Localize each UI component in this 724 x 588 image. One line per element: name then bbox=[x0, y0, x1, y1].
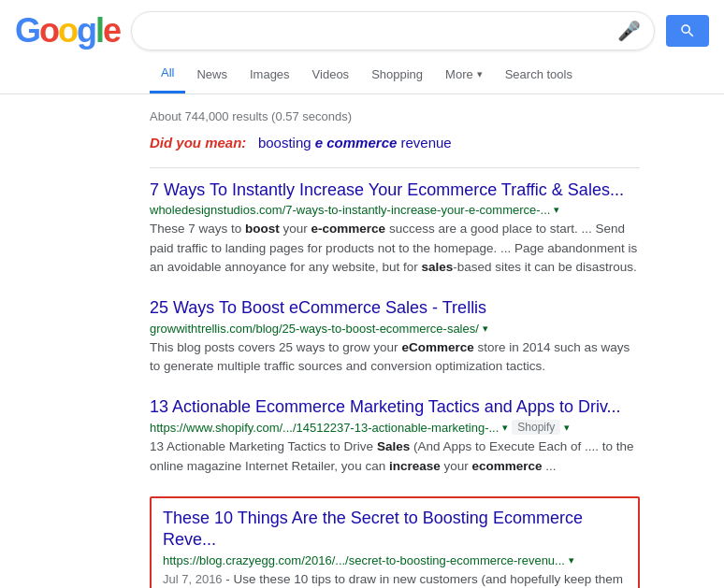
tab-images[interactable]: Images bbox=[239, 56, 301, 93]
search-input[interactable]: boosting ecommerce revenue bbox=[145, 22, 610, 39]
header: Google boosting ecommerce revenue 🎤 bbox=[0, 0, 724, 50]
did-you-mean-label: Did you mean: bbox=[150, 135, 246, 151]
result-1-url-arrow[interactable]: ▾ bbox=[554, 204, 559, 216]
result-1-url-row: wholedesignstudios.com/7-ways-to-instant… bbox=[150, 203, 640, 217]
did-you-mean-link[interactable]: boosting e commerce revenue bbox=[258, 135, 452, 151]
result-2-url-row: growwithtrellis.com/blog/25-ways-to-boos… bbox=[150, 322, 640, 336]
result-3-badge-arrow[interactable]: ▾ bbox=[564, 422, 570, 434]
result-4-date: Jul 7, 2016 bbox=[163, 572, 223, 586]
nav-tabs: All News Images Videos Shopping More Sea… bbox=[0, 54, 724, 94]
tab-more[interactable]: More bbox=[434, 56, 494, 93]
result-3-url: https://www.shopify.com/.../14512237-13-… bbox=[150, 421, 499, 435]
search-result-3: 13 Actionable Ecommerce Marketing Tactic… bbox=[150, 396, 640, 476]
result-4-url-row: https://blog.crazyegg.com/2016/.../secre… bbox=[163, 553, 627, 567]
divider bbox=[150, 167, 640, 168]
search-icon bbox=[679, 22, 696, 39]
tab-videos[interactable]: Videos bbox=[301, 56, 361, 93]
result-1-url: wholedesignstudios.com/7-ways-to-instant… bbox=[150, 203, 550, 217]
result-4-title[interactable]: These 10 Things Are the Secret to Boosti… bbox=[163, 508, 627, 552]
result-3-badge: Shopify bbox=[512, 420, 560, 435]
result-4-url-arrow[interactable]: ▾ bbox=[569, 554, 574, 566]
search-result-4: These 10 Things Are the Secret to Boosti… bbox=[150, 496, 640, 588]
result-3-url-row: https://www.shopify.com/.../14512237-13-… bbox=[150, 420, 640, 435]
result-1-title[interactable]: 7 Ways To Instantly Increase Your Ecomme… bbox=[150, 179, 640, 201]
search-button[interactable] bbox=[666, 15, 709, 47]
result-4-snippet: Jul 7, 2016 - Use these 10 tips to draw … bbox=[163, 570, 627, 588]
google-logo[interactable]: Google bbox=[15, 11, 120, 50]
result-3-snippet: 13 Actionable Marketing Tactics to Drive… bbox=[150, 437, 640, 476]
result-1-snippet: These 7 ways to boost your e-commerce su… bbox=[150, 220, 640, 277]
tab-shopping[interactable]: Shopping bbox=[360, 56, 434, 93]
search-bar-container: boosting ecommerce revenue 🎤 bbox=[131, 11, 655, 50]
result-2-title[interactable]: 25 Ways To Boost eCommerce Sales - Trell… bbox=[150, 297, 640, 319]
did-you-mean: Did you mean: boosting e commerce revenu… bbox=[150, 135, 640, 151]
search-result-2: 25 Ways To Boost eCommerce Sales - Trell… bbox=[150, 297, 640, 376]
result-4-url: https://blog.crazyegg.com/2016/.../secre… bbox=[163, 553, 565, 567]
result-2-snippet: This blog posts covers 25 ways to grow y… bbox=[150, 338, 640, 377]
result-3-url-arrow[interactable]: ▾ bbox=[502, 422, 508, 434]
results-count: About 744,000 results (0.57 seconds) bbox=[150, 109, 640, 123]
microphone-icon[interactable]: 🎤 bbox=[617, 20, 641, 42]
result-3-title[interactable]: 13 Actionable Ecommerce Marketing Tactic… bbox=[150, 396, 640, 418]
result-2-url: growwithtrellis.com/blog/25-ways-to-boos… bbox=[150, 322, 479, 336]
tab-news[interactable]: News bbox=[185, 56, 239, 93]
tab-search-tools[interactable]: Search tools bbox=[494, 56, 584, 93]
result-2-url-arrow[interactable]: ▾ bbox=[483, 323, 488, 335]
search-result-1: 7 Ways To Instantly Increase Your Ecomme… bbox=[150, 179, 640, 277]
search-results-container: About 744,000 results (0.57 seconds) Did… bbox=[0, 94, 655, 588]
tab-all[interactable]: All bbox=[150, 54, 185, 93]
